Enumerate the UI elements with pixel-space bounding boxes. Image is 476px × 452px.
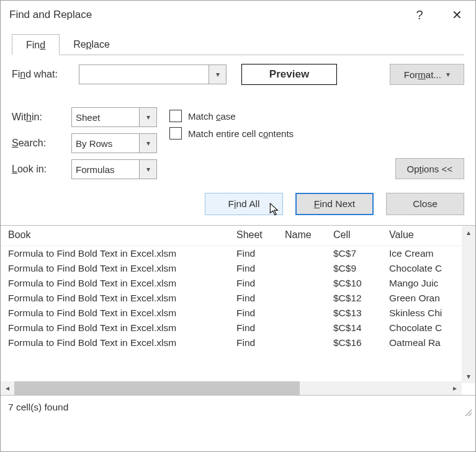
find-what-combo[interactable]: ▾	[79, 64, 227, 84]
horizontal-scrollbar[interactable]: ◂ ▸	[1, 381, 462, 395]
scroll-up-arrow[interactable]: ▴	[462, 226, 475, 239]
result-row[interactable]: Formula to Find Bold Text in Excel.xlsmF…	[1, 276, 475, 291]
lookin-value: Formulas	[72, 164, 139, 175]
results-body: Formula to Find Bold Text in Excel.xlsmF…	[1, 246, 475, 381]
chevron-down-icon: ▾	[146, 139, 150, 148]
status-bar: 7 cell(s) found	[1, 395, 475, 419]
chevron-down-icon: ▾	[146, 113, 150, 122]
result-row[interactable]: Formula to Find Bold Text in Excel.xlsmF…	[1, 335, 475, 350]
result-cell: $C$9	[333, 263, 389, 274]
result-cell: $C$16	[333, 337, 389, 348]
within-label: Within:	[12, 112, 71, 123]
chevron-down-icon: ▾	[146, 165, 150, 174]
result-sheet: Find	[236, 248, 285, 259]
tab-replace[interactable]: Replace	[60, 34, 123, 55]
result-row[interactable]: Formula to Find Bold Text in Excel.xlsmF…	[1, 321, 475, 335]
within-dropdown[interactable]: ▾	[139, 108, 156, 126]
result-row[interactable]: Formula to Find Bold Text in Excel.xlsmF…	[1, 291, 475, 306]
status-text: 7 cell(s) found	[8, 402, 68, 413]
result-row[interactable]: Formula to Find Bold Text in Excel.xlsmF…	[1, 306, 475, 321]
search-label: Search:	[12, 138, 71, 149]
result-book: Formula to Find Bold Text in Excel.xlsm	[8, 248, 236, 259]
result-name	[285, 308, 333, 319]
col-header-book[interactable]: Book	[8, 229, 236, 241]
chevron-down-icon: ▾	[216, 70, 220, 79]
col-header-sheet[interactable]: Sheet	[236, 229, 285, 241]
within-combo[interactable]: Sheet ▾	[71, 107, 157, 127]
scroll-right-arrow[interactable]: ▸	[448, 381, 462, 395]
match-entire-label: Match entire cell contents	[188, 128, 294, 139]
result-book: Formula to Find Bold Text in Excel.xlsm	[8, 278, 236, 289]
lookin-dropdown[interactable]: ▾	[139, 160, 156, 179]
result-cell: $C$13	[333, 308, 389, 319]
scroll-left-arrow[interactable]: ◂	[1, 381, 14, 395]
options-button[interactable]: Options <<	[395, 158, 464, 179]
result-book: Formula to Find Bold Text in Excel.xlsm	[8, 337, 236, 348]
search-value: By Rows	[72, 138, 139, 149]
result-cell: $C$10	[333, 278, 389, 289]
lookin-label: Look in:	[12, 164, 71, 175]
title-bar: Find and Replace ? ✕	[1, 1, 475, 29]
result-sheet: Find	[236, 263, 285, 274]
result-book: Formula to Find Bold Text in Excel.xlsm	[8, 293, 236, 304]
format-button[interactable]: Format... ▾	[390, 64, 464, 85]
result-sheet: Find	[236, 337, 285, 348]
result-sheet: Find	[236, 293, 285, 304]
lookin-combo[interactable]: Formulas ▾	[71, 159, 157, 179]
preview-button[interactable]: Preview	[241, 64, 337, 85]
result-name	[285, 337, 333, 348]
result-book: Formula to Find Bold Text in Excel.xlsm	[8, 263, 236, 274]
result-row[interactable]: Formula to Find Bold Text in Excel.xlsmF…	[1, 246, 475, 261]
close-dialog-button[interactable]: Close	[386, 193, 464, 215]
result-sheet: Find	[236, 278, 285, 289]
close-button[interactable]: ✕	[438, 1, 475, 29]
resize-grip[interactable]	[463, 407, 472, 416]
tab-strip: Find Replace	[12, 34, 464, 55]
find-what-dropdown[interactable]: ▾	[209, 65, 226, 84]
result-name	[285, 293, 333, 304]
result-sheet: Find	[236, 322, 285, 334]
within-value: Sheet	[72, 112, 139, 123]
dialog-body: Find Replace Find what: ▾ Preview Format…	[1, 29, 475, 226]
scroll-down-arrow[interactable]: ▾	[462, 370, 475, 383]
find-next-button[interactable]: Find Next	[295, 193, 374, 215]
result-name	[285, 322, 333, 334]
result-cell: $C$12	[333, 293, 389, 304]
match-case-label: Match case	[188, 111, 236, 122]
chevron-down-icon: ▾	[446, 70, 450, 79]
dialog-title: Find and Replace	[9, 9, 92, 21]
result-book: Formula to Find Bold Text in Excel.xlsm	[8, 308, 236, 319]
result-cell: $C$7	[333, 248, 389, 259]
vertical-scrollbar[interactable]: ▴ ▾	[462, 226, 475, 383]
result-sheet: Find	[236, 308, 285, 319]
search-dropdown[interactable]: ▾	[139, 134, 156, 153]
match-entire-checkbox[interactable]	[169, 127, 182, 140]
find-what-label: Find what:	[12, 69, 79, 80]
results-panel: Book Sheet Name Cell Value Formula to Fi…	[1, 226, 475, 395]
hscroll-thumb[interactable]	[14, 381, 300, 395]
find-all-button[interactable]: Find All	[205, 193, 283, 215]
result-book: Formula to Find Bold Text in Excel.xlsm	[8, 322, 236, 334]
result-name	[285, 263, 333, 274]
col-header-name[interactable]: Name	[285, 229, 333, 241]
results-header: Book Sheet Name Cell Value	[1, 226, 475, 246]
search-combo[interactable]: By Rows ▾	[71, 133, 157, 153]
result-name	[285, 278, 333, 289]
result-row[interactable]: Formula to Find Bold Text in Excel.xlsmF…	[1, 261, 475, 276]
result-cell: $C$14	[333, 322, 389, 334]
result-name	[285, 248, 333, 259]
tab-find[interactable]: Find	[12, 34, 60, 55]
match-case-checkbox[interactable]	[169, 110, 182, 122]
col-header-cell[interactable]: Cell	[333, 229, 389, 241]
help-button[interactable]: ?	[401, 1, 438, 29]
find-what-input[interactable]	[79, 69, 209, 80]
